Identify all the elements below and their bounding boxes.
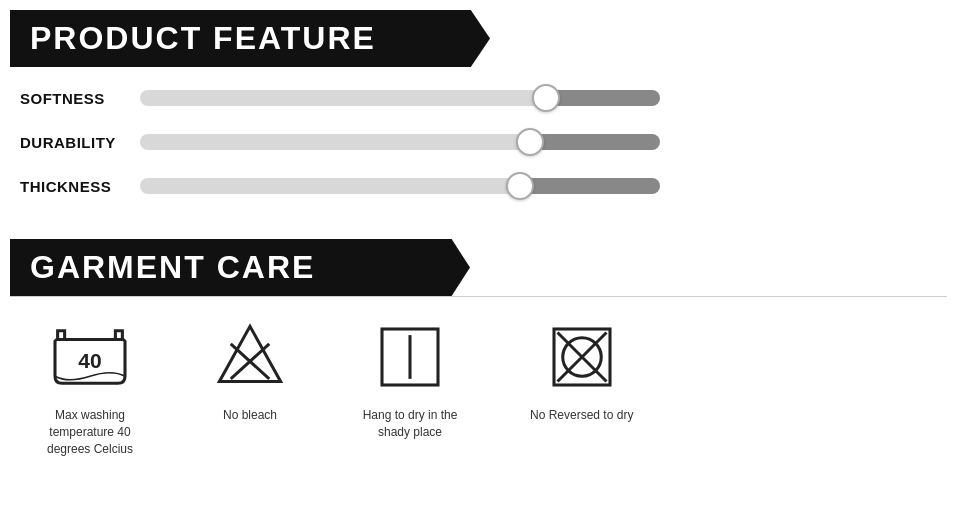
- care-item-no-tumble: No Reversed to dry: [530, 317, 633, 424]
- care-item-no-bleach: No bleach: [210, 317, 290, 424]
- no-bleach-icon: [215, 322, 285, 392]
- durability-slider[interactable]: [140, 131, 660, 153]
- hang-dry-icon-box: [370, 317, 450, 397]
- care-item-wash: 40 Max washing temperature 40 degrees Ce…: [30, 317, 150, 457]
- thickness-slider[interactable]: [140, 175, 660, 197]
- no-bleach-icon-box: [210, 317, 290, 397]
- hang-dry-label: Hang to dry in the shady place: [350, 407, 470, 441]
- thickness-row: THICKNESS: [20, 175, 927, 197]
- softness-track-left: [140, 90, 546, 106]
- no-bleach-label: No bleach: [223, 407, 277, 424]
- durability-track: [140, 134, 660, 150]
- softness-label: SOFTNESS: [20, 90, 140, 107]
- thickness-thumb[interactable]: [506, 172, 534, 200]
- durability-thumb[interactable]: [516, 128, 544, 156]
- no-tumble-label: No Reversed to dry: [530, 407, 633, 424]
- thickness-track-left: [140, 178, 520, 194]
- softness-slider[interactable]: [140, 87, 660, 109]
- wash-label: Max washing temperature 40 degrees Celci…: [30, 407, 150, 457]
- durability-row: DURABILITY: [20, 131, 927, 153]
- garment-care-header: GARMENT CARE: [10, 239, 470, 296]
- no-tumble-icon: [547, 322, 617, 392]
- wash-icon-box: 40: [50, 317, 130, 397]
- softness-thumb[interactable]: [532, 84, 560, 112]
- care-item-hang-dry: Hang to dry in the shady place: [350, 317, 470, 441]
- thickness-track-right: [520, 178, 660, 194]
- care-icons-area: 40 Max washing temperature 40 degrees Ce…: [0, 297, 957, 477]
- softness-row: SOFTNESS: [20, 87, 927, 109]
- durability-label: DURABILITY: [20, 134, 140, 151]
- durability-track-left: [140, 134, 530, 150]
- no-tumble-icon-box: [542, 317, 622, 397]
- features-area: SOFTNESS DURABILITY THICKN: [0, 67, 957, 229]
- softness-track-right: [546, 90, 660, 106]
- durability-track-right: [530, 134, 660, 150]
- wash-icon: 40: [50, 322, 130, 392]
- garment-care-section: GARMENT CARE 40 Max washing tem: [0, 239, 957, 477]
- product-feature-section: PRODUCT FEATURE SOFTNESS DURABILITY: [0, 10, 957, 229]
- thickness-track: [140, 178, 660, 194]
- thickness-label: THICKNESS: [20, 178, 140, 195]
- softness-track: [140, 90, 660, 106]
- svg-text:40: 40: [78, 349, 101, 372]
- product-feature-header: PRODUCT FEATURE: [10, 10, 490, 67]
- garment-care-title: GARMENT CARE: [30, 249, 315, 286]
- product-feature-title: PRODUCT FEATURE: [30, 20, 376, 57]
- hang-dry-icon: [375, 322, 445, 392]
